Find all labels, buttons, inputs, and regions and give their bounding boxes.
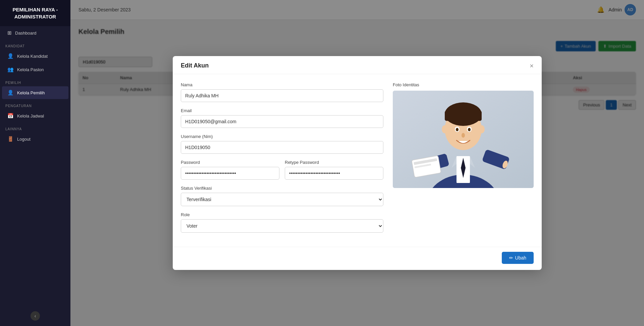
sidebar-item-label: Kelola Pemilih bbox=[17, 90, 45, 95]
sidebar-item-logout[interactable]: 🚪 Logout bbox=[2, 133, 68, 145]
sidebar-item-label: Kelola Jadwal bbox=[17, 113, 44, 119]
modal-close-button[interactable]: × bbox=[530, 62, 534, 69]
form-group-password: Password bbox=[181, 160, 279, 180]
email-input[interactable] bbox=[181, 115, 383, 128]
nama-label: Nama bbox=[181, 82, 383, 87]
ubah-icon: ✏ bbox=[509, 255, 513, 261]
sidebar-item-label: Kelola Kandidat bbox=[17, 54, 48, 59]
svg-point-12 bbox=[442, 125, 448, 133]
pemilih-icon: 👤 bbox=[7, 90, 14, 96]
form-group-status: Status Verifikasi Terverifikasi Belum Ve… bbox=[181, 186, 383, 206]
sidebar-item-kelola-jadwal[interactable]: 📅 Kelola Jadwal bbox=[2, 109, 68, 122]
sidebar-item-kelola-paslon[interactable]: 👥 Kelola Paslon bbox=[2, 63, 68, 76]
form-group-username: Username (Nim) bbox=[181, 134, 383, 154]
form-group-email: Email bbox=[181, 108, 383, 128]
main-content: Sabtu, 2 Desember 2023 🔔 Admin AD Kelola… bbox=[70, 0, 644, 326]
jadwal-icon: 📅 bbox=[7, 113, 14, 119]
sidebar-section-lainnya: LAINNYA bbox=[0, 123, 70, 132]
form-group-role: Role Voter Admin bbox=[181, 212, 383, 233]
dashboard-icon: ⊞ bbox=[7, 30, 12, 36]
logout-icon: 🚪 bbox=[7, 136, 14, 142]
svg-point-11 bbox=[462, 133, 465, 138]
form-group-retype-password: Retype Password bbox=[285, 160, 383, 180]
username-label: Username (Nim) bbox=[181, 134, 383, 139]
sidebar-item-label: Kelola Paslon bbox=[17, 67, 44, 72]
retype-password-label: Retype Password bbox=[285, 160, 383, 165]
modal-footer: ✏ Ubah bbox=[173, 247, 542, 270]
sidebar-item-kelola-kandidat[interactable]: 👤 Kelola Kandidat bbox=[2, 50, 68, 62]
sidebar-section-pengaturan: PENGATURAN bbox=[0, 99, 70, 109]
modal-title: Edit Akun bbox=[181, 62, 209, 69]
username-input[interactable] bbox=[181, 141, 383, 154]
role-label: Role bbox=[181, 212, 383, 217]
nama-input[interactable] bbox=[181, 89, 383, 102]
sidebar-item-dashboard[interactable]: ⊞ Dashboard bbox=[2, 27, 68, 39]
edit-akun-modal: Edit Akun × Nama Email bbox=[173, 56, 542, 270]
modal-body: Nama Email Username (Nim) bbox=[173, 74, 542, 247]
sidebar-item-label: Logout bbox=[17, 137, 31, 142]
modal-foto-section: Foto Identitas bbox=[393, 82, 534, 239]
kandidat-icon: 👤 bbox=[7, 53, 14, 59]
modal-header: Edit Akun × bbox=[173, 56, 542, 74]
ubah-label: Ubah bbox=[515, 255, 526, 261]
status-select[interactable]: Terverifikasi Belum Verifikasi bbox=[181, 193, 383, 206]
sidebar-collapse[interactable]: ‹ bbox=[0, 311, 70, 321]
collapse-button[interactable]: ‹ bbox=[31, 311, 40, 321]
role-select[interactable]: Voter Admin bbox=[181, 219, 383, 233]
svg-rect-6 bbox=[445, 111, 482, 121]
retype-password-input[interactable] bbox=[285, 167, 383, 180]
sidebar-section-pemilih: PEMILIH bbox=[0, 76, 70, 86]
foto-identitas-label: Foto Identitas bbox=[393, 82, 534, 87]
modal-form: Nama Email Username (Nim) bbox=[181, 82, 383, 239]
foto-identitas-image bbox=[393, 91, 534, 188]
ubah-button[interactable]: ✏ Ubah bbox=[502, 252, 534, 264]
email-label: Email bbox=[181, 108, 383, 113]
sidebar-brand: PEMILIHAN RAYA - ADMINISTRATOR bbox=[0, 0, 70, 26]
modal-overlay: Edit Akun × Nama Email bbox=[70, 0, 644, 326]
svg-point-9 bbox=[456, 128, 459, 131]
paslon-icon: 👥 bbox=[7, 66, 14, 73]
svg-point-10 bbox=[468, 128, 471, 131]
svg-point-13 bbox=[479, 125, 485, 133]
sidebar-item-kelola-pemilih[interactable]: 👤 Kelola Pemilih bbox=[2, 86, 68, 99]
form-row-password: Password Retype Password bbox=[181, 160, 383, 186]
sidebar: PEMILIHAN RAYA - ADMINISTRATOR ⊞ Dashboa… bbox=[0, 0, 70, 326]
form-group-nama: Nama bbox=[181, 82, 383, 102]
password-input[interactable] bbox=[181, 167, 279, 180]
sidebar-section-kandidat: KANDIDAT bbox=[0, 40, 70, 49]
foto-identitas-container bbox=[393, 91, 534, 188]
sidebar-item-label: Dashboard bbox=[15, 31, 37, 36]
status-label: Status Verifikasi bbox=[181, 186, 383, 191]
password-label: Password bbox=[181, 160, 279, 165]
